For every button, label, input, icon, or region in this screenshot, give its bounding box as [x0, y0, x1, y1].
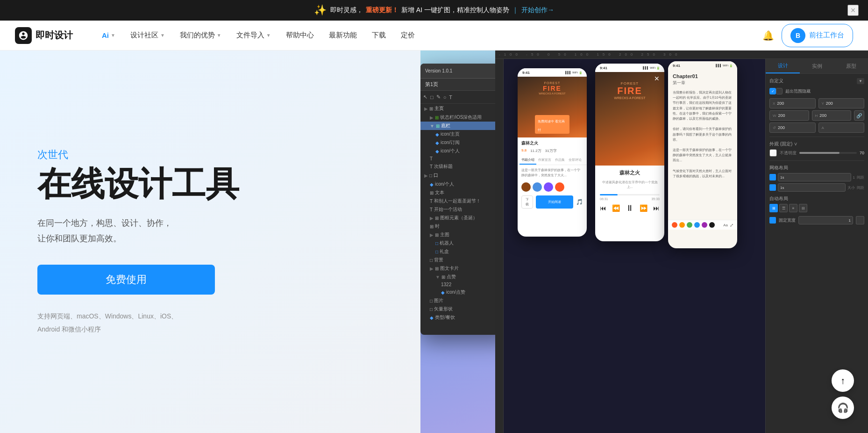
- user-avatar: B: [790, 28, 805, 43]
- prop-w-input[interactable]: W 200: [769, 110, 809, 121]
- prop-auto-layout-row: 自定义 ▼: [769, 78, 864, 84]
- prop-checkbox-2[interactable]: [776, 88, 783, 94]
- nav-community-label: 设计社区: [130, 31, 158, 40]
- color-swatch-green[interactable]: [687, 222, 692, 228]
- tool-pen-icon[interactable]: ✎: [436, 94, 441, 100]
- phone1-read-btn[interactable]: 开始阅读: [536, 195, 573, 209]
- tool-circle-icon[interactable]: ○: [443, 94, 447, 100]
- page-label: 第1页: [425, 81, 438, 88]
- phone2-play-icon[interactable]: ⏸: [626, 203, 634, 213]
- canvas-row: 9:41 ▌▌▌ WiFi 🔋: [495, 59, 868, 433]
- prop-dist-btn-1[interactable]: ⊞: [769, 204, 778, 212]
- prop-rot-value: 200: [778, 125, 785, 130]
- color-swatch-red[interactable]: [672, 222, 677, 228]
- prop-grid-row-2: 1s 大小 间距: [769, 183, 864, 192]
- phone1-tab-review[interactable]: 全部评论: [567, 156, 583, 165]
- prop-fixed-input[interactable]: 1: [798, 216, 853, 224]
- phone2-close-icon[interactable]: ✕: [654, 75, 660, 82]
- phone3-expand-icon[interactable]: ⤢: [730, 223, 733, 228]
- scroll-up-button[interactable]: ↑: [832, 369, 854, 392]
- phone1-download-btn[interactable]: 下载: [521, 195, 533, 209]
- prop-grid-input-1[interactable]: 1s: [778, 173, 851, 181]
- phone3-text-content: 当我整分析报告，我决定再次提到人物在一起时的 化学反应。由于1月10号的圣诞节行…: [673, 90, 733, 179]
- prop-fixed-expand[interactable]: [856, 216, 864, 224]
- color-swatch-blue[interactable]: [694, 222, 700, 228]
- phone1-tab-catalog[interactable]: 作品集: [553, 156, 567, 165]
- prop-tab-design[interactable]: 设计: [766, 59, 800, 73]
- tool-cursor-icon[interactable]: ↖: [423, 94, 427, 100]
- phone2-forward-icon[interactable]: ⏩: [640, 204, 647, 212]
- nav-item-community[interactable]: 设计社区 ▼: [124, 27, 171, 43]
- prop-lock-icon[interactable]: 🔗: [854, 110, 864, 121]
- goto-btn-label: 前往工作台: [809, 31, 844, 40]
- top-banner: ✨ 即时灵感， 重磅更新！ 新增 AI 一键扩图，精准控制人物姿势 ｜ 开始创作…: [0, 0, 868, 21]
- avatar-4: [555, 182, 564, 192]
- prop-grid-icon-1[interactable]: [769, 174, 776, 180]
- goto-workspace-button[interactable]: B 前往工作台: [782, 24, 853, 47]
- prop-opacity-slider[interactable]: [799, 152, 857, 154]
- prop-dist-btn-4[interactable]: ⊟: [799, 204, 807, 212]
- prop-rot-input[interactable]: ↺ 200: [769, 123, 816, 133]
- phone1-statusbar: 9:41 ▌▌▌ WiFi 🔋: [518, 68, 587, 77]
- prop-h-value: 200: [819, 113, 826, 118]
- phone1-audio-icon[interactable]: 🎵: [576, 199, 583, 205]
- main-canvas[interactable]: 9:41 ▌▌▌ WiFi 🔋: [504, 59, 765, 433]
- prop-tab-prototype[interactable]: 原型: [834, 59, 868, 73]
- notification-bell-icon[interactable]: 🔔: [762, 30, 774, 41]
- ruler-left: [495, 59, 504, 433]
- nav-item-help[interactable]: 帮助中心: [279, 27, 320, 43]
- phone1-tab-intro[interactable]: 书籍介绍: [519, 156, 536, 165]
- nav-item-pricing[interactable]: 定价: [394, 27, 421, 43]
- phone2-progress-bg: [600, 194, 660, 195]
- phone-card-1: 9:41 ▌▌▌ WiFi 🔋: [518, 68, 587, 237]
- prop-dist-btn-3[interactable]: ≡: [789, 204, 797, 212]
- prop-opacity-fill: [799, 152, 840, 154]
- hero-desc-line1: 在同一个地方，构思、设计、协作，: [37, 218, 172, 228]
- phone2-next-icon[interactable]: ⏭: [653, 204, 660, 212]
- prop-tab-instance[interactable]: 实例: [800, 59, 834, 73]
- audio-help-button[interactable]: 🎧: [832, 397, 854, 419]
- phone1-tab-work[interactable]: 作家宣言: [536, 156, 553, 165]
- phone2-status-icons: ▌▌▌ WiFi 🔋: [643, 66, 660, 70]
- prop-h-input[interactable]: H 200: [812, 110, 852, 121]
- phone3-font-btn[interactable]: Aa: [723, 223, 728, 227]
- prop-auto-dist-label: 自动布局: [769, 195, 864, 202]
- prop-corner-input[interactable]: A: [818, 123, 865, 133]
- prop-dist-btn-2[interactable]: ☰: [779, 204, 788, 212]
- prop-auto-dropdown[interactable]: ▼: [857, 78, 864, 84]
- prop-separator-1: [769, 137, 864, 137]
- color-swatch-dark[interactable]: [709, 222, 715, 228]
- banner-link[interactable]: 开始创作→: [521, 6, 554, 14]
- free-trial-button[interactable]: 免费使用: [37, 265, 215, 295]
- nav-item-ai[interactable]: Ai ▼: [95, 28, 122, 43]
- nav-import-label: 文件导入: [236, 31, 264, 40]
- nav-item-advantage[interactable]: 我们的优势 ▼: [173, 27, 228, 43]
- phone2-title-overlay: FOREST FIRE WRECKS A FOREST: [614, 81, 646, 100]
- phone2-time: 9:41: [600, 66, 607, 70]
- nav-item-import[interactable]: 文件导入 ▼: [230, 27, 277, 43]
- prop-fill-swatch[interactable]: [769, 149, 777, 157]
- nav-item-new[interactable]: 最新功能: [322, 27, 363, 43]
- tool-frame-icon[interactable]: □: [430, 94, 434, 100]
- banner-text: 即时灵感， 重磅更新！ 新增 AI 一键扩图，精准控制人物姿势 ｜ 开始创作→: [330, 6, 554, 14]
- prop-fixed-icon[interactable]: [769, 217, 776, 224]
- color-swatch-purple[interactable]: [702, 222, 707, 228]
- phone1-pages: 31万字: [545, 148, 557, 153]
- prop-x-input[interactable]: X 200: [769, 98, 816, 108]
- nav-item-download[interactable]: 下载: [365, 27, 392, 43]
- prop-opacity-value: 70: [860, 151, 864, 155]
- prop-grid-input-2[interactable]: 1s: [778, 183, 846, 192]
- banner-close-button[interactable]: ×: [847, 5, 859, 16]
- logo-area[interactable]: 即时设计: [15, 27, 73, 44]
- tool-text-icon[interactable]: T: [449, 94, 452, 100]
- banner-spark-icon: ✨: [314, 4, 327, 16]
- prop-y-input[interactable]: Y 200: [818, 98, 865, 108]
- prop-checkbox-1[interactable]: ✓: [769, 88, 776, 94]
- phone2-rewind-icon[interactable]: ⏪: [612, 204, 620, 212]
- prop-grid-icon-2[interactable]: [769, 184, 776, 191]
- phone1-book-name: 森林之火: [521, 140, 583, 146]
- color-swatch-orange[interactable]: [679, 222, 685, 228]
- phone2-prev-icon[interactable]: ⏮: [600, 204, 606, 212]
- phone-card-3: 9:41 ▌▌▌ WiFi 🔋 Chapter01 第一章 当我整分析报: [668, 61, 737, 248]
- header: 即时设计 Ai ▼ 设计社区 ▼ 我们的优势 ▼ 文件导入 ▼ 帮助中心 最新功…: [0, 21, 868, 51]
